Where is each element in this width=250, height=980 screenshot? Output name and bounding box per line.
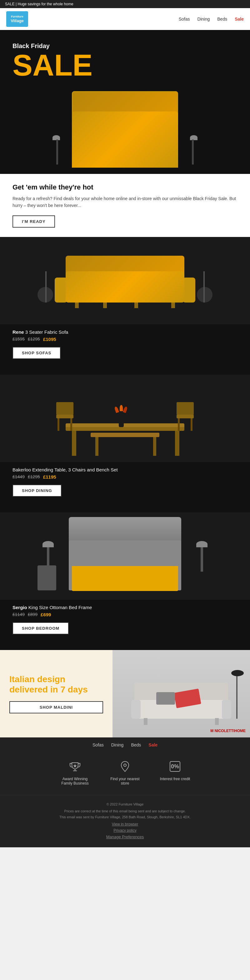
sofa-leg2: [103, 302, 107, 308]
footer-privacy[interactable]: Privacy policy: [13, 828, 237, 833]
bench-leg2: [153, 437, 156, 456]
bedroom-price-row: £1149 £899 £699: [13, 612, 237, 617]
sofa-arm-left: [55, 278, 67, 302]
footer-nav-sofas[interactable]: Sofas: [92, 742, 104, 748]
intro-heading: Get 'em while they're hot: [13, 183, 237, 191]
sofa-body: [65, 271, 185, 302]
bedroom-lampshade-right: [196, 541, 207, 547]
dining-price-new: £1195: [43, 474, 56, 480]
nicoletti-logo: M NICOLETTIHOME: [210, 729, 246, 733]
italian-leg2: [215, 718, 219, 725]
svg-text:0%: 0%: [171, 763, 179, 770]
nav-sale[interactable]: Sale: [235, 16, 244, 22]
footer-nav-dining[interactable]: Dining: [111, 742, 124, 748]
shop-maldini-button[interactable]: SHOP MALDINI: [10, 701, 103, 713]
sofa-price-mid: £1295: [28, 337, 40, 342]
badge-store-text: Find your nearest store: [109, 777, 141, 786]
logo-line2: Village: [11, 18, 24, 24]
nav-sofas[interactable]: Sofas: [179, 16, 190, 22]
bedroom-image-wrap: [0, 512, 250, 600]
dining-product-name: Bakerloo Extending Table, 3 Chairs and B…: [13, 467, 237, 473]
announcement-bar: SALE | Huge savings for the whole home: [0, 0, 250, 8]
bedroom-section: Sergio King Size Ottoman Bed Frame £1149…: [0, 512, 250, 650]
italian-sofa-arm-l: [131, 700, 141, 719]
badge-credit-text: Interest free credit: [160, 777, 190, 781]
badge-award: Award Winning Family Business: [59, 759, 91, 786]
bedroom-blanket: [72, 566, 178, 591]
italian-section: Italian design delivered in 7 days SHOP …: [0, 650, 250, 737]
sofa-arm-right: [183, 278, 195, 302]
table-leg1: [72, 431, 76, 456]
intro-body: Ready for a refresh? Find deals for your…: [13, 195, 237, 209]
percent-icon: 0%: [167, 759, 183, 774]
footer-nav-beds[interactable]: Beds: [131, 742, 141, 748]
side-table-right: [197, 287, 212, 302]
shop-sofas-button[interactable]: SHOP SOFAS: [13, 347, 61, 359]
bed-visual: [47, 93, 203, 174]
bedroom-product-name: Sergio King Size Ottoman Bed Frame: [13, 605, 237, 610]
italian-leg1: [144, 718, 148, 725]
cushion2: [156, 692, 175, 705]
bed-frame: [72, 111, 178, 168]
nav-beds[interactable]: Beds: [217, 16, 227, 22]
bedroom-info: Sergio King Size Ottoman Bed Frame £1149…: [0, 600, 250, 641]
footer-nav-sale[interactable]: Sale: [148, 742, 158, 748]
dining-price-row: £1449 £1295 £1195: [13, 474, 237, 480]
sofa-price-row: £1595 £1295 £1095: [13, 337, 237, 342]
floor-lamp: [236, 675, 237, 719]
dining-chair-left: [56, 415, 73, 431]
sofa-info: Rene 3 Seater Fabric Sofa £1595 £1295 £1…: [0, 325, 250, 365]
sofa-product-name: Rene 3 Seater Fabric Sofa: [13, 329, 237, 335]
floor-lamp-left: [45, 271, 46, 302]
logo-line1: Furniture: [11, 15, 24, 18]
intro-section: Get 'em while they're hot Ready for a re…: [0, 174, 250, 237]
shop-bedroom-button[interactable]: SHOP BEDROOM: [13, 622, 69, 635]
sofa-price-old: £1595: [13, 337, 25, 342]
footer-copyright: © 2022 Furniture Village: [13, 802, 237, 807]
nav-dining[interactable]: Dining: [197, 16, 210, 22]
italian-sofa-visual: [113, 650, 250, 737]
dining-price-mid: £1295: [28, 474, 40, 479]
bedroom-price-new: £699: [41, 612, 51, 617]
floor-lamp-right: [204, 271, 205, 302]
italian-left: Italian design delivered in 7 days SHOP …: [0, 650, 113, 737]
sofa-section: Rene 3 Seater Fabric Sofa £1595 £1295 £1…: [0, 237, 250, 375]
vase: [119, 416, 124, 427]
header: Furniture Village Sofas Dining Beds Sale: [0, 8, 250, 30]
dining-price-old: £1449: [13, 474, 25, 479]
dining-section: Bakerloo Extending Table, 3 Chairs and B…: [0, 375, 250, 512]
badge-award-text: Award Winning Family Business: [59, 777, 91, 786]
lamp-right: [192, 140, 194, 164]
bench: [91, 433, 159, 437]
footer-view-browser[interactable]: View in browser: [13, 822, 237, 826]
footer-manage-prefs[interactable]: Manage Preferences: [13, 835, 237, 839]
im-ready-button[interactable]: I'M READY: [13, 215, 55, 228]
dining-chair-right: [177, 415, 194, 431]
logo[interactable]: Furniture Village: [6, 11, 28, 27]
badge-store: Find your nearest store: [109, 759, 141, 786]
italian-sofa-arm-r: [222, 700, 231, 719]
badge-credit: 0% Interest free credit: [159, 759, 191, 786]
bedroom-price-mid: £899: [28, 612, 38, 617]
bench-leg1: [95, 437, 99, 456]
lamp-left: [56, 140, 58, 164]
sofa-leg1: [75, 302, 79, 308]
bedroom-chair: [38, 565, 56, 590]
shop-dining-button[interactable]: SHOP DINING: [13, 485, 62, 497]
svg-point-3: [124, 764, 126, 767]
flowers: [115, 406, 127, 416]
sofa-leg3: [134, 302, 138, 308]
bedroom-price-old: £1149: [13, 612, 25, 617]
hero-section: Black Friday SALE: [0, 30, 250, 174]
main-nav: Sofas Dining Beds Sale: [179, 16, 244, 22]
trophy-icon: [67, 759, 83, 774]
lamp-head: [231, 670, 244, 676]
sofa-visual: [31, 246, 219, 315]
lamp-shade-right: [190, 135, 197, 140]
bedroom-visual: [34, 515, 216, 597]
footer-badges: Award Winning Family Business Find your …: [0, 752, 250, 795]
footer-disclaimer: Prices are correct at the time of this e…: [13, 808, 237, 820]
italian-right: M NICOLETTIHOME: [113, 650, 250, 737]
dining-info: Bakerloo Extending Table, 3 Chairs and B…: [0, 462, 250, 503]
footer-bottom: © 2022 Furniture Village Prices are corr…: [0, 795, 250, 847]
